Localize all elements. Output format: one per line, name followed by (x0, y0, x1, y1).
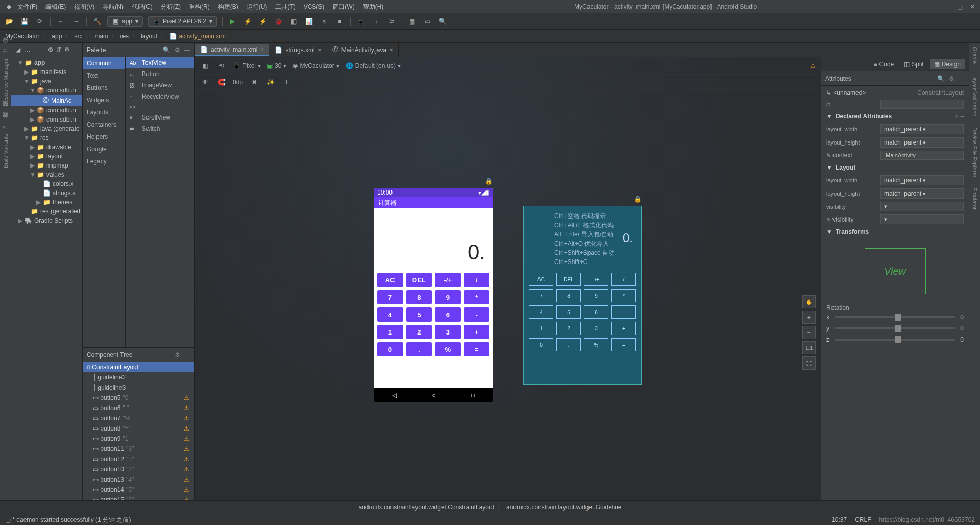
avd-icon[interactable]: 📱 (356, 16, 366, 27)
layout-width-field[interactable]: match_parent ▾ (880, 124, 964, 134)
palette-category[interactable]: Layouts (83, 106, 125, 118)
tree-item[interactable]: ▼📁res (11, 133, 82, 142)
align-icon[interactable]: Ⅰ (282, 77, 292, 87)
breadcrumb-item[interactable]: 📄 activity_main.xml (169, 33, 226, 40)
tool-window-tab[interactable]: Emulator (972, 187, 978, 210)
calc-key[interactable]: . (406, 342, 432, 356)
menu-item[interactable]: 分析(Z) (157, 2, 185, 11)
tree-item[interactable]: ▶🐘Gradle Scripts (11, 216, 82, 225)
search-icon[interactable]: 🔍 (937, 75, 945, 82)
calc-key[interactable]: - (464, 307, 490, 322)
palette-category[interactable]: Legacy (83, 155, 125, 168)
android-icon[interactable]: ◢ (14, 46, 21, 53)
blueprint-preview[interactable]: Ctrl+空格 代码提示Ctrl+Alt+L 格式化代码Alt+Enter 导入… (523, 206, 642, 385)
save-icon[interactable]: 💾 (19, 16, 30, 27)
component-tree-item[interactable]: ▭ button13"4"⚠ (83, 474, 194, 485)
calc-key[interactable]: DEL (406, 273, 432, 287)
rotation-z-slider[interactable] (835, 339, 955, 341)
menu-item[interactable]: 代码(C) (128, 2, 157, 11)
tool-window-tab[interactable]: 7: 结构 (2, 111, 9, 117)
calc-key[interactable]: / (464, 273, 490, 287)
palette-category[interactable]: Common (83, 57, 125, 69)
tool-window-tab[interactable]: 2: 收藏 (2, 123, 9, 129)
tools-visibility-field[interactable]: ▾ (880, 214, 964, 224)
orientation-icon[interactable]: ⟲ (216, 61, 227, 71)
menu-item[interactable]: VCS(S) (300, 2, 329, 11)
tree-item[interactable]: ▶📁mipmap (11, 161, 82, 170)
menu-item[interactable]: 运行(U) (242, 2, 272, 11)
palette-item[interactable]: ⇄Switch (126, 123, 194, 134)
palette-item[interactable]: ▭Button (126, 68, 194, 80)
tree-item[interactable]: ▼📁values (11, 170, 82, 179)
warning-icon[interactable]: ⚠ (810, 62, 816, 69)
run-config-combo[interactable]: ▣app▾ (107, 16, 143, 27)
run-icon[interactable]: ▶ (228, 16, 238, 27)
calc-key[interactable]: + (464, 325, 490, 339)
fit-icon[interactable]: ⛶ (802, 356, 816, 370)
gear-icon[interactable]: ⚙ (175, 351, 180, 359)
palette-item[interactable]: <> (126, 102, 194, 112)
tool-window-tab[interactable]: Resource Manager (3, 58, 9, 106)
breadcrumb-item[interactable]: layout (141, 33, 157, 40)
gear-icon[interactable]: ⚙ (949, 75, 954, 82)
calc-key[interactable]: AC (377, 273, 403, 287)
back-icon[interactable]: ← (56, 16, 66, 27)
tree-item[interactable]: 📄strings.x (11, 188, 82, 198)
split-view-button[interactable]: ◫ Split (900, 59, 927, 69)
device-preview[interactable]: 10:00▾◢▮ 计算器 0. ACDEL-/+/789*456-123+0.%… (374, 188, 493, 402)
menu-item[interactable]: 视图(V) (70, 2, 99, 11)
close-icon[interactable]: ✕ (970, 3, 975, 10)
assistant-icon[interactable]: ▦ (407, 16, 418, 27)
tree-item[interactable]: ▶📦com.sdbi.n (11, 115, 82, 124)
eye-icon[interactable]: 👁 (200, 77, 210, 87)
component-tree-item[interactable]: ▭ button5"0"⚠ (83, 393, 194, 403)
hide-icon[interactable]: — (73, 46, 79, 53)
open-icon[interactable]: 📂 (4, 16, 14, 27)
tree-item[interactable]: ▶📁layout (11, 152, 82, 161)
component-tree-root[interactable]: ⎍ ConstraintLayout (83, 362, 194, 372)
apply-icon[interactable]: ⚡ (243, 16, 253, 27)
debug-icon[interactable]: 🐞 (274, 16, 284, 27)
palette-item[interactable]: ≡RecyclerView (126, 91, 194, 102)
breadcrumb-item[interactable]: main (94, 33, 108, 40)
id-input[interactable] (880, 100, 964, 109)
api-picker[interactable]: ▣30▾ (267, 62, 286, 69)
visibility-field[interactable]: ▾ (880, 202, 964, 211)
clear-icon[interactable]: ✖ (249, 77, 259, 87)
device-picker[interactable]: 📱Pixel▾ (233, 62, 261, 69)
target-icon[interactable]: ⊕ (48, 46, 53, 53)
menu-item[interactable]: 构建(B) (214, 2, 242, 11)
expand-icon[interactable]: ⇵ (56, 46, 61, 53)
calc-key[interactable]: 9 (435, 290, 461, 304)
menu-item[interactable]: 帮助(H) (359, 2, 388, 11)
maximize-icon[interactable]: ▢ (957, 3, 963, 10)
minimize-icon[interactable]: — (944, 3, 950, 10)
design-view-button[interactable]: ▦ Design (930, 59, 965, 69)
tree-item[interactable]: ▶📁themes (11, 198, 82, 207)
palette-category[interactable]: Google (83, 143, 125, 155)
editor-tab[interactable]: 📄strings.xml× (270, 44, 327, 56)
calc-key[interactable]: 7 (377, 290, 403, 304)
wand-icon[interactable]: ✨ (265, 77, 276, 87)
menu-item[interactable]: 窗口(W) (328, 2, 358, 11)
component-tree-item[interactable]: ⎮ guideline3 (83, 383, 194, 393)
tree-item[interactable]: ▶📦com.sdbi.n (11, 106, 82, 115)
calc-key[interactable]: 5 (406, 307, 432, 322)
tree-item[interactable]: 📄colors.x (11, 179, 82, 188)
tree-item[interactable]: ▼📦com.sdbi.n (11, 86, 82, 95)
zoom-out-icon[interactable]: − (802, 326, 816, 339)
tree-item[interactable]: 📁res (generated (11, 207, 82, 216)
gear-icon[interactable]: ⚙ (64, 46, 70, 53)
search-icon[interactable]: 🔍 (163, 46, 170, 54)
component-tree-item[interactable]: ▭ button9"1"⚠ (83, 434, 194, 444)
component-tree-item[interactable]: ▭ button12"+"⚠ (83, 454, 194, 464)
calc-key[interactable]: 8 (406, 290, 432, 304)
layout-height-field2[interactable]: match_parent ▾ (880, 188, 964, 199)
tool-window-tab[interactable]: Device File Explorer (972, 127, 978, 177)
theme-picker[interactable]: ◉MyCaculator▾ (292, 62, 339, 69)
component-tree-item[interactable]: ▭ button8"="⚠ (83, 423, 194, 434)
calc-key[interactable]: 3 (435, 325, 461, 339)
menu-item[interactable]: 工具(T) (271, 2, 299, 11)
magnet-icon[interactable]: 🧲 (216, 77, 227, 87)
calc-key[interactable]: 4 (377, 307, 403, 322)
